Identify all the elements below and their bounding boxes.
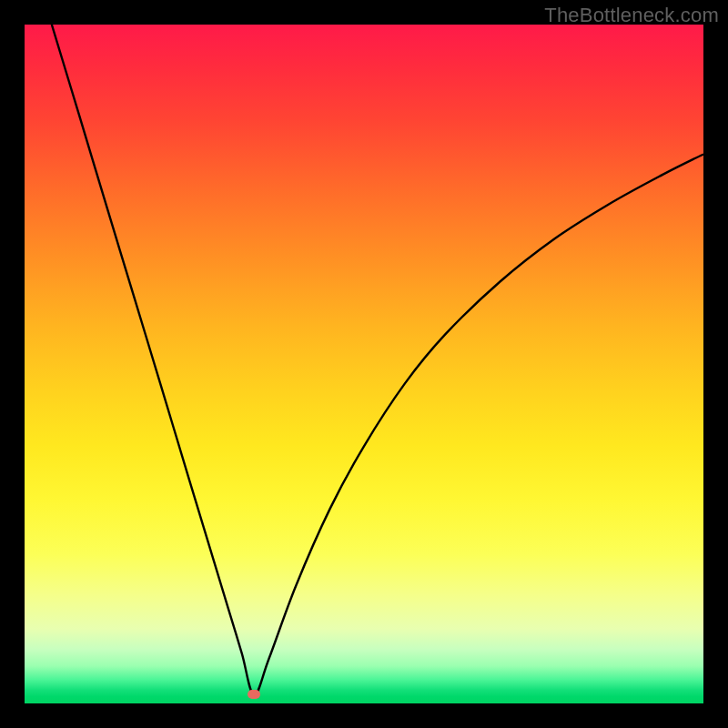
watermark-text: TheBottleneck.com [544, 4, 719, 27]
chart-frame: TheBottleneck.com [0, 0, 728, 728]
plot-area [25, 25, 703, 703]
bottleneck-curve [25, 25, 703, 703]
optimal-point-marker [248, 690, 260, 699]
